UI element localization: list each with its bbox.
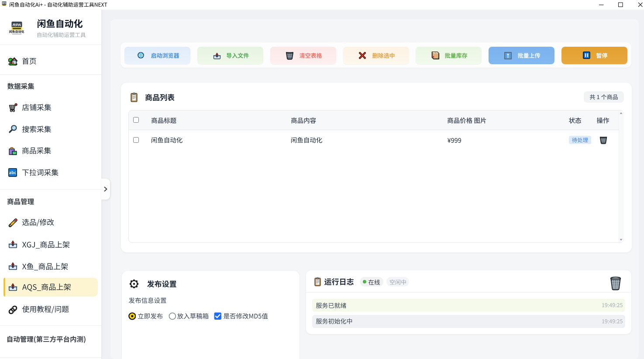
svg-text:RPA: RPA — [13, 22, 21, 27]
svg-text:RPA: RPA — [2, 2, 7, 4]
